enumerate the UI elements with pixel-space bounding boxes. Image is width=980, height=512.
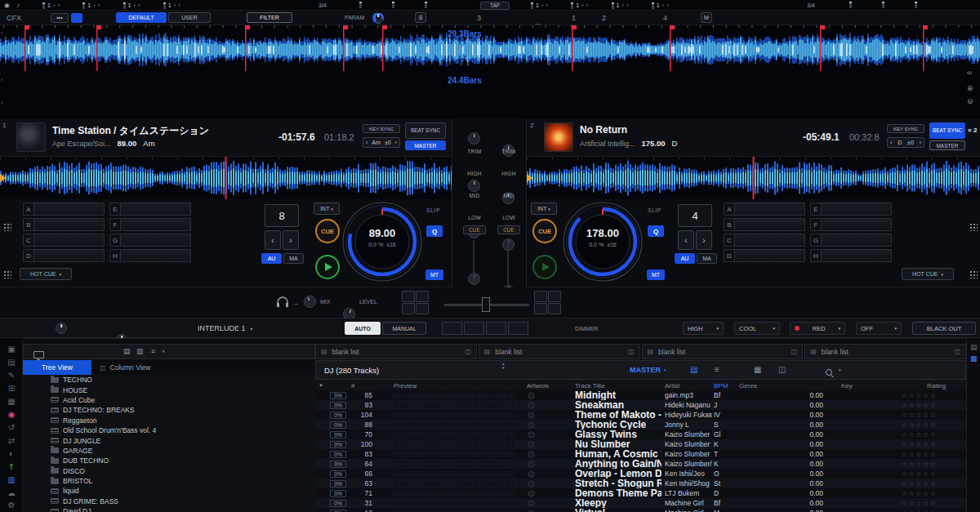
deck1-key-sync-button[interactable]: KEY SYNC <box>363 124 400 133</box>
track-rating[interactable]: ☆☆☆☆☆ <box>902 410 937 420</box>
tab-column-view[interactable]: ◫ Column View <box>91 360 158 375</box>
beat-slider-icon[interactable] <box>571 2 573 9</box>
beat-prev-icon[interactable]: ‹ <box>662 2 665 9</box>
filter-funnel-icon[interactable]: ▼ <box>318 383 323 388</box>
pallet-list[interactable]: ▤ blank list ◫ <box>642 344 804 359</box>
hamburger-icon[interactable]: ≡ <box>715 365 719 374</box>
deck1-master-tempo-button[interactable]: MT <box>425 269 443 280</box>
deck1-cue-button[interactable]: CUE <box>315 219 340 243</box>
quantize-group[interactable]: 1 ‹ › <box>82 2 100 9</box>
tree-item[interactable]: David DJ <box>23 506 315 512</box>
ch1-trim-knob[interactable] <box>468 132 480 145</box>
pad-bank-icon[interactable] <box>969 269 978 278</box>
hot-cue-pad[interactable]: D <box>23 249 105 262</box>
search-icon[interactable] <box>826 369 834 377</box>
track-rating[interactable]: ☆☆☆☆☆ <box>902 488 937 498</box>
preview-waveform[interactable] <box>394 393 514 398</box>
beat-next-icon[interactable]: › <box>178 2 180 9</box>
preview-waveform[interactable] <box>394 432 514 438</box>
device-icon[interactable]: ▥ <box>0 475 23 484</box>
quantize-group[interactable]: 1 ‹ › <box>163 2 180 9</box>
collection-icon[interactable]: ▣ <box>0 345 23 354</box>
hot-cue-pad[interactable]: D <box>724 249 805 262</box>
pad-mode-icon[interactable] <box>2 222 11 231</box>
key-plus-icon[interactable]: › <box>395 140 397 145</box>
zoom-out-icon[interactable]: ⊖ <box>967 97 973 105</box>
quantize-group[interactable]: 1 ‹ › <box>531 2 548 9</box>
hot-cue-pad[interactable]: G <box>810 234 892 247</box>
tree-item[interactable]: DUB TECHNO <box>23 456 315 465</box>
list-layout-icon[interactable]: ▤ <box>123 347 131 355</box>
track-rating[interactable]: ☆☆☆☆☆ <box>902 469 937 479</box>
beat-next-icon[interactable]: › <box>98 2 100 9</box>
beat-prev-icon[interactable]: ‹ <box>133 2 136 9</box>
table-row[interactable]: 0% 93 Sneakman Hideki Naganu J 0.00 ☆☆☆☆… <box>315 400 966 410</box>
cloud-icon[interactable]: ☁ <box>0 488 23 497</box>
hot-cue-pad[interactable]: G <box>109 234 191 247</box>
ch1-cue-button[interactable]: CUE <box>463 225 486 234</box>
hot-cue-pad[interactable]: C <box>724 234 805 247</box>
settings-icon[interactable]: ⚙ <box>0 501 23 510</box>
recordings-icon[interactable]: ◐ <box>0 449 23 458</box>
deck2-master-button[interactable]: MASTER <box>929 140 965 150</box>
hot-cue-pad[interactable]: H <box>810 249 892 262</box>
deck1-master-button[interactable]: MASTER <box>405 140 446 150</box>
col-title[interactable]: Track Title <box>575 382 605 390</box>
tree-item[interactable]: Acid Cube <box>23 395 315 405</box>
deck2-manual-button[interactable]: MA <box>697 253 717 264</box>
filter-button[interactable]: FILTER <box>247 12 292 23</box>
deck1-scroll-arrow[interactable]: ‹ <box>1 29 3 37</box>
deck2-pad-mode-select[interactable]: HOT CUE▾ <box>902 268 954 280</box>
col-artist[interactable]: Artist <box>665 382 679 390</box>
pad-mode-icon[interactable] <box>969 222 978 231</box>
beat-next-icon[interactable]: › <box>138 2 140 9</box>
beat-prev-icon[interactable]: ‹ <box>621 2 624 9</box>
deck1-beat-jump-size[interactable]: 8 <box>265 204 299 227</box>
tree-item[interactable]: Reggaeton <box>23 416 315 425</box>
tree-item[interactable]: DISCO <box>23 466 315 476</box>
param-knob[interactable] <box>372 12 384 24</box>
preview-waveform[interactable] <box>394 452 514 457</box>
table-row[interactable]: 0% 100 Nu Slumber Kaizo Slumber K 0.00 ☆… <box>315 439 966 449</box>
deck2-slip-label[interactable]: SLIP <box>648 207 662 213</box>
pallet-list[interactable]: ▤ blank list ◫ <box>315 344 477 359</box>
deck1-pad-mode-select[interactable]: HOT CUE▾ <box>20 268 72 280</box>
mini-slider[interactable] <box>392 2 394 8</box>
headphone-cue-channel[interactable] <box>416 303 429 314</box>
key-plus-icon[interactable]: › <box>920 140 921 145</box>
deck1-slip-label[interactable]: SLIP <box>426 207 440 213</box>
headphone-cue-channel[interactable] <box>416 291 429 302</box>
headphone-cue-channel[interactable] <box>534 303 547 314</box>
deck1-auto-button[interactable]: AU <box>261 253 282 264</box>
track-rating[interactable]: ☆☆☆☆☆ <box>902 390 937 400</box>
strobe-off-select[interactable]: OFF▾ <box>856 322 902 335</box>
deck1-int-mode-button[interactable]: INT ▾ <box>314 203 340 215</box>
tab-tree-view[interactable]: Tree View <box>23 360 91 375</box>
usb-export-icon[interactable]: ⇑ <box>0 462 23 471</box>
tree-item[interactable]: HOUSE <box>23 385 315 394</box>
crossfader-handle[interactable] <box>482 297 490 312</box>
sampler-icon[interactable]: ⊞ <box>0 384 23 393</box>
preview-waveform[interactable] <box>394 481 514 487</box>
preview-waveform[interactable] <box>394 491 514 496</box>
scene-select[interactable]: INTERLUDE 1 <box>198 324 246 332</box>
col-artwork[interactable]: Artwork <box>527 382 549 390</box>
mini-slider[interactable] <box>849 2 852 8</box>
deck1-play-button[interactable] <box>315 255 340 279</box>
ch2-cue-button[interactable]: CUE <box>497 225 520 234</box>
deck1-manual-button[interactable]: MA <box>283 253 304 264</box>
hot-cue-pad[interactable]: E <box>109 203 191 216</box>
sync-icon[interactable]: ⇄ <box>0 436 23 445</box>
deck2-sync-multiplier[interactable]: × 2 <box>968 127 977 134</box>
mini-slider[interactable] <box>882 2 884 8</box>
table-row[interactable]: 0% 104 Theme of Makoto -SSFI Hideyuki Fu… <box>315 410 966 420</box>
headphone-cue-channel[interactable] <box>402 303 415 314</box>
table-row[interactable]: 0% 70 Glassy Twins Kaizo Slumber Gl 0.00… <box>315 430 966 439</box>
track-rating[interactable]: ☆☆☆☆☆ <box>902 439 937 449</box>
tree-item[interactable]: liquid <box>23 486 315 496</box>
lighting-deck-button[interactable] <box>508 322 528 335</box>
lighting-manual-button[interactable]: MANUAL <box>382 322 426 335</box>
tree-item[interactable]: DJ TECHNO: BREAKS <box>23 405 315 415</box>
col-key[interactable]: Key <box>841 382 853 390</box>
table-row[interactable]: 0% 31 Xleepy Machine Girl Bf 0.00 ☆☆☆☆☆ <box>315 498 966 508</box>
